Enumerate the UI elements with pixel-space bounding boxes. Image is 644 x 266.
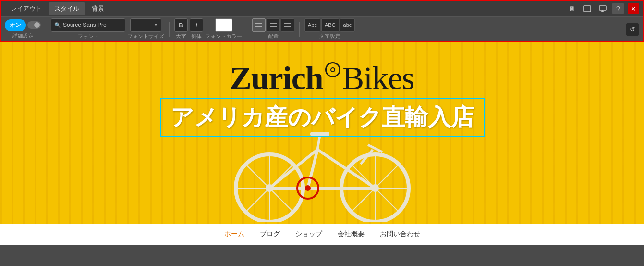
font-size-dropdown[interactable]: ▼ bbox=[130, 18, 161, 32]
italic-label: 斜体 bbox=[191, 33, 202, 40]
toggle-switch[interactable] bbox=[27, 21, 41, 29]
separator-3 bbox=[247, 22, 247, 37]
align-section: 配置 bbox=[252, 18, 294, 40]
site-logo: Zurich Bikes bbox=[230, 62, 414, 94]
main-content: Zurich Bikes アメリカ産のバイク直輸入店 bbox=[0, 42, 644, 245]
font-search-box[interactable]: 🔍 bbox=[51, 18, 125, 32]
font-color-label: フォントカラー bbox=[205, 33, 242, 40]
tab-layout[interactable]: レイアウト bbox=[5, 2, 48, 15]
tab-background[interactable]: 背景 bbox=[86, 2, 110, 15]
bold-controls: B bbox=[174, 18, 188, 32]
italic-controls: I bbox=[190, 18, 203, 32]
case-label: 文字設定 bbox=[319, 33, 340, 40]
bold-label: 太字 bbox=[176, 33, 186, 40]
reset-button[interactable]: ↺ bbox=[626, 23, 639, 36]
search-icon: 🔍 bbox=[54, 22, 61, 28]
window-controls: 🖥 ? ✕ bbox=[566, 3, 639, 14]
font-size-section: ▼ フォントサイズ bbox=[127, 18, 164, 40]
font-section: 🔍 フォント bbox=[51, 18, 125, 40]
bold-button[interactable]: B bbox=[174, 18, 188, 32]
tab-bar: レイアウト スタイル 背景 🖥 ? ✕ bbox=[1, 1, 643, 16]
font-controls: 🔍 bbox=[51, 18, 125, 32]
italic-button[interactable]: I bbox=[190, 18, 203, 32]
separator-1 bbox=[46, 22, 46, 37]
chevron-down-icon: ▼ bbox=[154, 23, 158, 27]
nav-home[interactable]: ホーム bbox=[224, 230, 244, 239]
separator-4 bbox=[299, 22, 300, 37]
monitor-icon[interactable]: 🖥 bbox=[566, 3, 578, 14]
nav-bar: ホーム ブログ ショップ 会社概要 お問い合わせ bbox=[0, 224, 644, 245]
tagline-text: アメリカ産のバイク直輸入店 bbox=[170, 104, 474, 130]
logo-bold: Zurich bbox=[230, 60, 323, 96]
toggle-controls: オン bbox=[5, 19, 41, 31]
italic-section: I 斜体 bbox=[190, 18, 203, 40]
font-label: フォント bbox=[78, 33, 99, 40]
align-right-button[interactable] bbox=[281, 18, 294, 32]
case-lower-button[interactable]: abc bbox=[340, 18, 355, 32]
align-left-button[interactable] bbox=[252, 18, 266, 32]
desktop-icon[interactable] bbox=[597, 3, 608, 14]
tab-style[interactable]: スタイル bbox=[49, 2, 85, 15]
tablet-icon[interactable] bbox=[582, 3, 593, 14]
help-button[interactable]: ? bbox=[612, 3, 624, 14]
logo-wheel-icon bbox=[325, 62, 340, 77]
case-title-button[interactable]: Abc bbox=[304, 18, 320, 32]
font-search-input[interactable] bbox=[63, 22, 111, 28]
nav-contact[interactable]: お問い合わせ bbox=[380, 230, 420, 239]
toggle-on-button[interactable]: オン bbox=[5, 19, 26, 31]
style-toolbar: オン 詳細設定 🔍 フォント ▼ フォント bbox=[1, 16, 643, 41]
font-color-controls bbox=[215, 18, 232, 32]
case-controls: Abc ABC abc bbox=[304, 18, 355, 32]
case-section: Abc ABC abc 文字設定 bbox=[304, 18, 355, 40]
font-color-picker[interactable] bbox=[215, 18, 232, 32]
logo-thin: Bikes bbox=[342, 60, 414, 96]
svg-point-35 bbox=[305, 185, 311, 191]
svg-rect-0 bbox=[584, 6, 591, 12]
font-size-controls: ▼ bbox=[130, 18, 161, 32]
bold-section: B 太字 bbox=[174, 18, 188, 40]
selected-text-box[interactable]: アメリカ産のバイク直輸入店 bbox=[160, 98, 485, 137]
case-upper-button[interactable]: ABC bbox=[321, 18, 339, 32]
align-label: 配置 bbox=[268, 33, 279, 40]
align-center-button[interactable] bbox=[267, 18, 280, 32]
svg-rect-1 bbox=[599, 6, 606, 10]
close-button[interactable]: ✕ bbox=[628, 3, 639, 14]
nav-shop[interactable]: ショップ bbox=[295, 230, 322, 239]
nav-about[interactable]: 会社概要 bbox=[338, 230, 365, 239]
toolbar-container: レイアウト スタイル 背景 🖥 ? ✕ オン 詳細設定 bbox=[0, 0, 644, 42]
font-size-label: フォントサイズ bbox=[127, 33, 164, 40]
detail-settings-label: 詳細設定 bbox=[12, 32, 34, 39]
svg-line-30 bbox=[317, 135, 320, 150]
font-color-section: フォントカラー bbox=[205, 18, 242, 40]
align-controls bbox=[252, 18, 294, 32]
nav-blog[interactable]: ブログ bbox=[260, 230, 280, 239]
detail-settings-section: オン 詳細設定 bbox=[5, 19, 41, 39]
separator-2 bbox=[169, 22, 170, 37]
logo-wheel-inner bbox=[330, 67, 335, 72]
